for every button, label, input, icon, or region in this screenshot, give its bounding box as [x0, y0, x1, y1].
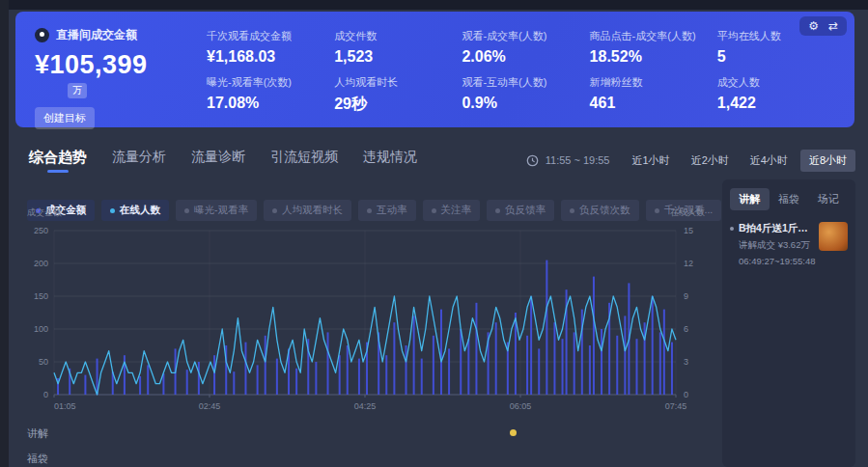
kpi-value: 5 [717, 48, 837, 66]
kpi-value: 29秒 [334, 95, 454, 115]
svg-text:06:05: 06:05 [510, 401, 532, 411]
top-edge [0, 0, 868, 10]
side-tab-explain[interactable]: 讲解 [730, 188, 770, 210]
svg-text:9: 9 [684, 291, 688, 301]
svg-text:01:05: 01:05 [54, 401, 76, 411]
left-edge [0, 0, 9, 467]
marker-row-lucky-bag: 福袋 [27, 450, 703, 467]
kpi-value: 18.52% [590, 48, 710, 66]
svg-text:02:45: 02:45 [199, 401, 221, 411]
kpi-cell: 观看-互动率(人数)0.9% [462, 75, 581, 115]
svg-text:15: 15 [684, 226, 693, 235]
marker-row-label: 讲解 [27, 426, 66, 441]
time-option-4h[interactable]: 近4小时 [742, 150, 797, 172]
marker-track[interactable] [66, 450, 703, 467]
explain-deal-amount: 讲解成交 ¥3.62万 [739, 239, 814, 252]
kpi-label: 观看-互动率(人数) [462, 75, 581, 90]
svg-text:50: 50 [39, 357, 48, 367]
kpi-label: 千次观看成交金额 [207, 29, 326, 43]
kpi-summary-card: 直播间成交金额 ¥105,399 万 创建目标 千次观看成交金额¥1,168.0… [15, 12, 854, 127]
explain-side-panel: 讲解 福袋 场记 B拍4斤送1斤共35-4... 讲解成交 ¥3.62万 06:… [722, 179, 855, 467]
gear-icon[interactable]: ⚙ [808, 19, 819, 33]
left-axis-title: 成交金额 [27, 206, 62, 219]
create-goal-button[interactable]: 创建目标 [35, 107, 95, 129]
kpi-value: 17.08% [207, 95, 326, 112]
side-tab-log[interactable]: 场记 [808, 188, 848, 210]
svg-text:0: 0 [43, 390, 48, 399]
tabs-row: 综合趋势 流量分析 流量诊断 引流短视频 违规情况 11:55 ~ 19:55 … [29, 145, 855, 176]
kpi-label: 商品点击-成交率(人数) [590, 29, 710, 43]
svg-text:0: 0 [684, 390, 688, 399]
svg-text:200: 200 [34, 259, 48, 268]
marker-row-label: 福袋 [27, 452, 66, 466]
kpi-grid: 千次观看成交金额¥1,168.03 成交件数1,523 观看-成交率(人数)2.… [207, 27, 837, 114]
marker-row-explain: 讲解 [27, 425, 703, 442]
svg-text:150: 150 [34, 291, 48, 301]
side-tab-lucky-bag[interactable]: 福袋 [770, 188, 809, 210]
time-option-2h[interactable]: 近2小时 [683, 150, 738, 172]
kpi-value: 0.9% [462, 95, 581, 112]
kpi-label: 人均观看时长 [334, 75, 454, 90]
right-axis-title: 在线人数 [670, 206, 705, 219]
kpi-value: 2.06% [462, 48, 581, 66]
trend-chart[interactable]: 2501520012150910065030001:0502:4504:2506… [15, 219, 713, 424]
kpi-value: ¥1,168.03 [207, 48, 326, 66]
event-dot[interactable] [510, 429, 517, 436]
tab-traffic-analysis[interactable]: 流量分析 [112, 149, 166, 172]
card-tools: ⚙ ⇄ [799, 16, 847, 36]
clock-icon [526, 154, 539, 167]
kpi-cell: 曝光-观看率(次数)17.08% [207, 75, 326, 115]
swap-icon[interactable]: ⇄ [828, 19, 838, 33]
kpi-label: 新增粉丝数 [590, 75, 710, 90]
svg-text:12: 12 [684, 259, 693, 268]
kpi-label: 观看-成交率(人数) [462, 29, 581, 43]
dashboard: 直播间成交金额 ¥105,399 万 创建目标 千次观看成交金额¥1,168.0… [0, 0, 868, 467]
time-zone: 11:55 ~ 19:55 近1小时 近2小时 近4小时 近8小时 [526, 150, 855, 172]
svg-text:100: 100 [34, 324, 48, 334]
kpi-label: 曝光-观看率(次数) [207, 75, 326, 90]
live-room-icon [35, 28, 49, 42]
kpi-cell: 观看-成交率(人数)2.06% [462, 29, 581, 66]
tab-violations[interactable]: 违规情况 [363, 149, 417, 172]
tab-traffic-diagnosis[interactable]: 流量诊断 [191, 149, 245, 172]
product-thumbnail [819, 222, 848, 251]
kpi-value: 461 [590, 95, 710, 112]
kpi-value: 1,523 [334, 48, 454, 66]
kpi-cell: 成交件数1,523 [334, 29, 454, 66]
primary-metric-label: 直播间成交金额 [56, 27, 137, 43]
unit-badge: 万 [68, 83, 87, 98]
product-title: B拍4斤送1斤共35-4... [739, 222, 814, 235]
bullet-icon [730, 227, 734, 231]
kpi-cell: 成交人数1,422 [717, 75, 837, 115]
time-range-label: 11:55 ~ 19:55 [546, 154, 610, 166]
time-option-8h[interactable]: 近8小时 [800, 150, 855, 172]
svg-text:04:25: 04:25 [354, 401, 377, 411]
side-tabs: 讲解 福袋 场记 [730, 188, 848, 210]
marker-track[interactable] [66, 425, 703, 442]
svg-text:3: 3 [684, 357, 688, 367]
kpi-value: 1,422 [717, 95, 837, 112]
explain-list-item[interactable]: B拍4斤送1斤共35-4... 讲解成交 ¥3.62万 06:49:27~19:… [730, 222, 848, 266]
explain-time-range: 06:49:27~19:55:48 [739, 256, 814, 266]
kpi-label: 成交人数 [717, 75, 837, 90]
kpi-cell: 千次观看成交金额¥1,168.03 [207, 29, 326, 66]
kpi-cell: 商品点击-成交率(人数)18.52% [590, 29, 710, 66]
svg-text:07:45: 07:45 [665, 401, 687, 411]
primary-metric-value: ¥105,399 [35, 50, 207, 80]
kpi-cell: 新增粉丝数461 [590, 75, 710, 115]
tab-overall-trend[interactable]: 综合趋势 [29, 149, 87, 173]
svg-text:250: 250 [34, 226, 48, 235]
kpi-label: 成交件数 [334, 29, 454, 43]
kpi-cell: 人均观看时长29秒 [334, 75, 454, 115]
trend-chart-wrap: 成交金额 在线人数 2501520012150910065030001:0502… [15, 206, 713, 424]
time-option-1h[interactable]: 近1小时 [624, 150, 679, 172]
svg-text:6: 6 [684, 324, 688, 334]
primary-metric: 直播间成交金额 ¥105,399 万 创建目标 [35, 27, 207, 114]
tab-short-video[interactable]: 引流短视频 [270, 149, 338, 172]
